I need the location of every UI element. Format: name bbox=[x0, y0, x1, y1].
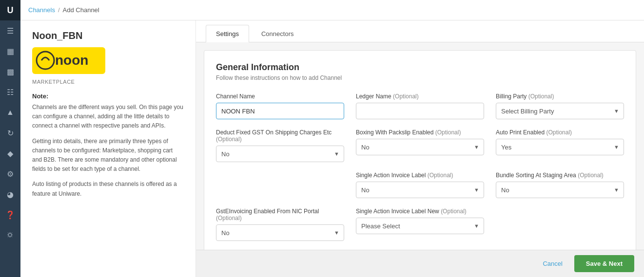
form-group-single-action bbox=[216, 172, 344, 198]
help-icon: ❓ bbox=[5, 210, 15, 220]
gst-einvoicing-label: GstEInvoicing Enabled From NIC Portal (O… bbox=[216, 208, 344, 222]
form-row-4: GstEInvoicing Enabled From NIC Portal (O… bbox=[216, 208, 624, 241]
plugins-icon: ◕ bbox=[7, 190, 14, 199]
footer-bar: Cancel Save & Next bbox=[196, 250, 644, 277]
gst-einvoicing-wrapper: No Yes ▼ bbox=[216, 224, 344, 241]
boxing-packslip-wrapper: No Yes ▼ bbox=[356, 139, 484, 155]
channel-logo: noon bbox=[32, 47, 105, 74]
form-group-gst-einvoicing: GstEInvoicing Enabled From NIC Portal (O… bbox=[216, 208, 344, 241]
channel-title: Noon_FBN bbox=[32, 30, 184, 41]
deduct-gst-label: Deduct Fixed GST On Shipping Charges Etc… bbox=[216, 129, 344, 143]
sidebar-item-gear[interactable]: ⛭ bbox=[0, 225, 20, 245]
cancel-button[interactable]: Cancel bbox=[537, 256, 568, 271]
single-action-invoice-select[interactable]: No Yes bbox=[356, 182, 484, 198]
form-group-auto-print: Auto Print Enabled (Optional) No Yes ▼ bbox=[496, 129, 624, 162]
tags-icon: ▩ bbox=[7, 67, 14, 76]
note-text-2: Getting into details, there are primaril… bbox=[32, 137, 184, 174]
top-bar: Channels / Add Channel bbox=[20, 0, 644, 20]
note-text-1: Channels are the different ways you sell… bbox=[32, 103, 184, 131]
billing-party-wrapper: Select Billing Party ▼ bbox=[496, 103, 624, 119]
tabs-bar: Settings Connectors bbox=[196, 20, 644, 42]
breadcrumb-current: Add Channel bbox=[63, 6, 99, 14]
sidebar: U ☰ ▦ ▩ ☷ ▲ ↻ ◆ ⚙ ◕ ❓ ⛭ bbox=[0, 0, 20, 277]
sidebar-item-user[interactable]: ◆ bbox=[0, 143, 20, 164]
auto-print-label: Auto Print Enabled (Optional) bbox=[496, 129, 624, 136]
deduct-gst-select[interactable]: No Yes bbox=[216, 146, 344, 162]
tab-settings[interactable]: Settings bbox=[206, 25, 249, 42]
user-icon: ◆ bbox=[7, 149, 13, 158]
deduct-gst-wrapper: No Yes ▼ bbox=[216, 146, 344, 162]
svg-point-0 bbox=[37, 52, 54, 69]
ledger-name-label: Ledger Name (Optional) bbox=[356, 93, 484, 100]
form-group-channel-name: Channel Name bbox=[216, 93, 344, 119]
ledger-name-input[interactable] bbox=[356, 103, 484, 119]
gst-einvoicing-select[interactable]: No Yes bbox=[216, 224, 344, 241]
form-group-empty bbox=[496, 208, 624, 241]
form-group-bundle-sorting: Bundle Sorting At Staging Area (Optional… bbox=[496, 172, 624, 198]
single-action-invoice-wrapper: No Yes ▼ bbox=[356, 182, 484, 198]
sidebar-item-plugins[interactable]: ◕ bbox=[0, 184, 20, 204]
single-action-invoice-new-label: Single Action Invoice Label New (Optiona… bbox=[356, 208, 484, 215]
tab-connectors[interactable]: Connectors bbox=[251, 25, 304, 42]
form-area: General Information Follow these instruc… bbox=[196, 42, 644, 250]
single-action-invoice-new-select[interactable]: Please Select No Yes bbox=[356, 218, 484, 234]
section-subtitle: Follow these instructions on how to add … bbox=[216, 74, 624, 81]
marketplace-badge: MARKETPLACE bbox=[32, 79, 184, 85]
boxing-packslip-label: Boxing With Packslip Enabled (Optional) bbox=[356, 129, 484, 136]
sidebar-item-help[interactable]: ❓ bbox=[0, 204, 20, 225]
main-content: Channels / Add Channel Noon_FBN noon MAR… bbox=[20, 0, 644, 277]
noon-svg: noon bbox=[35, 50, 103, 72]
form-group-deduct-gst: Deduct Fixed GST On Shipping Charges Etc… bbox=[216, 129, 344, 162]
channel-name-label: Channel Name bbox=[216, 93, 344, 100]
sidebar-item-inventory[interactable]: ▦ bbox=[0, 41, 20, 61]
form-group-billing-party: Billing Party (Optional) Select Billing … bbox=[496, 93, 624, 119]
inventory-icon: ▦ bbox=[7, 47, 14, 56]
svg-text:noon: noon bbox=[55, 53, 88, 68]
bundle-sorting-wrapper: No Yes ▼ bbox=[496, 182, 624, 198]
left-panel: Noon_FBN noon MARKETPLACE Note: Channels… bbox=[20, 20, 196, 277]
section-title: General Information bbox=[216, 62, 624, 73]
auto-print-wrapper: No Yes ▼ bbox=[496, 139, 624, 155]
noon-logo: noon bbox=[32, 47, 105, 74]
truck-icon: ▲ bbox=[6, 108, 14, 117]
form-group-boxing-packslip: Boxing With Packslip Enabled (Optional) … bbox=[356, 129, 484, 162]
billing-party-label: Billing Party (Optional) bbox=[496, 93, 624, 100]
auto-print-select[interactable]: No Yes bbox=[496, 139, 624, 155]
right-panel: Settings Connectors General Information … bbox=[196, 20, 644, 277]
returns-icon: ↻ bbox=[7, 129, 14, 138]
breadcrumb-separator: / bbox=[58, 6, 60, 14]
sidebar-item-returns[interactable]: ↻ bbox=[0, 123, 20, 143]
gear-icon: ⛭ bbox=[6, 231, 14, 240]
sidebar-item-tags[interactable]: ▩ bbox=[0, 61, 20, 82]
sidebar-item-orders[interactable]: ☷ bbox=[0, 82, 20, 102]
settings-icon: ⚙ bbox=[7, 169, 14, 179]
single-action-invoice-label: Single Action Invoice Label (Optional) bbox=[356, 172, 484, 179]
documents-icon: ☰ bbox=[7, 26, 14, 36]
boxing-packslip-select[interactable]: No Yes bbox=[356, 139, 484, 155]
form-group-ledger-name: Ledger Name (Optional) bbox=[356, 93, 484, 119]
sidebar-item-shipping[interactable]: ▲ bbox=[0, 102, 20, 123]
billing-party-select[interactable]: Select Billing Party bbox=[496, 103, 624, 119]
page-body: Noon_FBN noon MARKETPLACE Note: Channels… bbox=[20, 20, 644, 277]
form-group-single-action-invoice-new: Single Action Invoice Label New (Optiona… bbox=[356, 208, 484, 241]
form-card: General Information Follow these instruc… bbox=[204, 50, 636, 250]
note-text-3: Auto listing of products in these channe… bbox=[32, 180, 184, 198]
cart-icon: ☷ bbox=[7, 88, 14, 97]
note-label: Note: bbox=[32, 92, 184, 100]
save-next-button[interactable]: Save & Next bbox=[574, 255, 634, 272]
bundle-sorting-label: Bundle Sorting At Staging Area (Optional… bbox=[496, 172, 624, 179]
form-group-single-action-invoice: Single Action Invoice Label (Optional) N… bbox=[356, 172, 484, 198]
sidebar-item-documents[interactable]: ☰ bbox=[0, 20, 20, 41]
bundle-sorting-select[interactable]: No Yes bbox=[496, 182, 624, 198]
sidebar-item-settings[interactable]: ⚙ bbox=[0, 164, 20, 184]
channel-name-input[interactable] bbox=[216, 103, 344, 119]
app-logo: U bbox=[0, 0, 20, 20]
single-action-invoice-new-wrapper: Please Select No Yes ▼ bbox=[356, 218, 484, 234]
form-row-3: Single Action Invoice Label (Optional) N… bbox=[216, 172, 624, 198]
form-row-1: Channel Name Ledger Name (Optional) bbox=[216, 93, 624, 119]
form-row-2: Deduct Fixed GST On Shipping Charges Etc… bbox=[216, 129, 624, 162]
breadcrumb-channels-link[interactable]: Channels bbox=[28, 6, 55, 14]
